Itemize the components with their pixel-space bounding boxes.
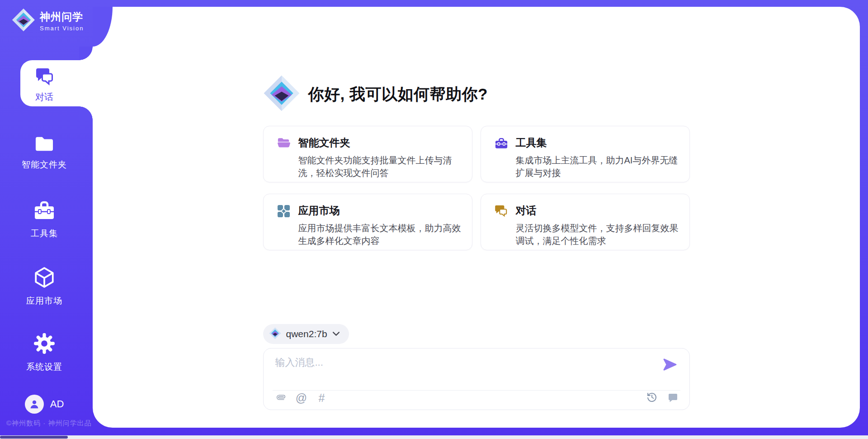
chevron-down-icon	[332, 330, 340, 338]
toolbox-icon	[495, 136, 508, 182]
card-description: 灵活切换多模型文件，支持多样回复效果调试，满足个性化需求	[516, 222, 679, 248]
gear-icon	[33, 332, 56, 357]
card-title: 应用市场	[298, 204, 461, 218]
send-icon	[662, 366, 677, 372]
topic-button[interactable]: #	[315, 391, 329, 405]
sidebar-footer-credit: ©神州数码 · 神州问学出品	[6, 419, 91, 428]
hash-icon: #	[319, 391, 325, 405]
model-name: qwen2:7b	[286, 329, 327, 339]
card-title: 对话	[516, 204, 679, 218]
chat-bubbles-icon	[495, 204, 508, 250]
card-title: 工具集	[516, 136, 679, 150]
model-selector[interactable]: qwen2:7b	[263, 324, 349, 344]
user-account[interactable]: AD	[0, 395, 89, 414]
content-area: 你好, 我可以如何帮助你? 智能文件夹 智能文件夹功能支持批量文件上传与清洗，轻…	[93, 7, 860, 428]
folder-open-icon	[277, 136, 291, 182]
mention-button[interactable]: @	[295, 391, 308, 405]
cube-icon	[33, 266, 56, 291]
history-button[interactable]	[645, 391, 659, 405]
user-name: AD	[50, 398, 64, 410]
paperclip-icon	[276, 392, 287, 404]
diamond-logo-icon	[12, 8, 35, 33]
chat-bubbles-icon	[34, 66, 54, 88]
card-app-market[interactable]: 应用市场 应用市场提供丰富长文本模板，助力高效生成多样化文章内容	[263, 194, 472, 250]
card-title: 智能文件夹	[298, 136, 461, 150]
feature-cards: 智能文件夹 智能文件夹功能支持批量文件上传与清洗，轻松实现文件问答 工具集	[263, 126, 690, 250]
greeting-block: 你好, 我可以如何帮助你?	[263, 75, 488, 114]
toolbox-icon	[33, 200, 55, 224]
message-square-icon	[667, 392, 678, 404]
new-message-button[interactable]	[666, 391, 679, 405]
greeting-title: 你好, 我可以如何帮助你?	[308, 84, 488, 105]
at-icon: @	[296, 391, 307, 405]
card-chat[interactable]: 对话 灵活切换多模型文件，支持多样回复效果调试，满足个性化需求	[481, 194, 690, 250]
horizontal-scrollbar[interactable]	[0, 435, 868, 439]
avatar	[25, 395, 44, 414]
sidebar-item-toolset[interactable]: 工具集	[0, 200, 89, 239]
card-description: 智能文件夹功能支持批量文件上传与清洗，轻松实现文件问答	[298, 154, 461, 180]
sidebar-item-label: 智能文件夹	[22, 159, 67, 171]
message-input[interactable]	[275, 356, 660, 382]
card-smart-folders[interactable]: 智能文件夹 智能文件夹功能支持批量文件上传与清洗，轻松实现文件问答	[263, 126, 472, 182]
history-clock-icon	[646, 392, 657, 404]
attach-file-button[interactable]	[274, 391, 288, 405]
card-description: 应用市场提供丰富长文本模板，助力高效生成多样化文章内容	[298, 222, 461, 248]
diamond-logo-icon	[269, 327, 281, 341]
sidebar: 神州问学 Smart Vision 对话 智能文件夹	[0, 0, 93, 439]
card-description: 集成市场上主流工具，助力AI与外界无缝扩展与对接	[516, 154, 679, 180]
app-tagline: Smart Vision	[40, 25, 84, 32]
sidebar-item-smart-folders[interactable]: 智能文件夹	[0, 134, 89, 171]
app-grid-icon	[277, 204, 291, 250]
sidebar-item-label: 应用市场	[26, 295, 62, 307]
folder-icon	[34, 134, 55, 155]
composer-divider	[273, 390, 680, 391]
diamond-logo-icon	[263, 75, 300, 114]
sidebar-item-label: 系统设置	[26, 361, 62, 373]
sidebar-item-settings[interactable]: 系统设置	[0, 332, 89, 373]
sidebar-item-chat[interactable]: 对话	[20, 60, 93, 106]
sidebar-item-app-market[interactable]: 应用市场	[0, 266, 89, 307]
send-button[interactable]	[662, 358, 678, 372]
scrollbar-thumb[interactable]	[0, 436, 68, 439]
composer: @ #	[263, 348, 690, 410]
app-name: 神州问学	[40, 10, 84, 24]
card-toolset[interactable]: 工具集 集成市场上主流工具，助力AI与外界无缝扩展与对接	[481, 126, 690, 182]
sidebar-item-label: 对话	[35, 91, 53, 103]
sidebar-item-label: 工具集	[31, 228, 58, 239]
brand-logo: 神州问学 Smart Vision	[12, 8, 84, 33]
